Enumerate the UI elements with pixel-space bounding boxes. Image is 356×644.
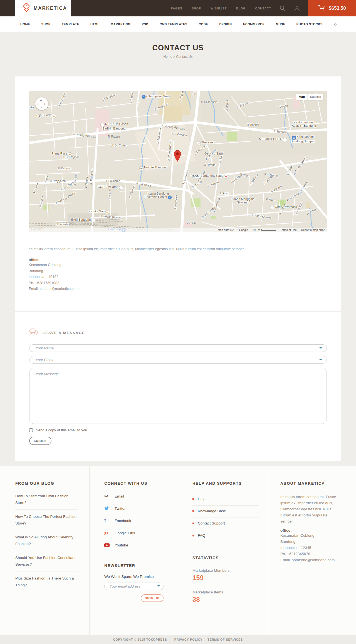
email-input[interactable] [29, 356, 327, 364]
blog-link[interactable]: How To Choose The Perfect Fashion Store? [15, 513, 78, 530]
privacy-policy-link[interactable]: PRIVACY POLICY [174, 638, 203, 641]
pen-icon: ✒ [157, 584, 160, 588]
cart-button[interactable]: $653.50 [308, 0, 356, 16]
page-hero: CONTACT US Home > Contact Us [0, 32, 356, 76]
restaurant-icon: ψ [105, 210, 109, 214]
menu-item-marketing[interactable]: MARKETING [111, 23, 130, 26]
contact-info-card: AstoaRaja SundaψJl. Haji YasinJl. Makmur… [15, 76, 341, 311]
blog-list: How To Start Your Own Fashion Store? How… [15, 493, 78, 592]
map-label: Asto [29, 106, 34, 109]
map-label: Jl. Sabang [249, 173, 259, 186]
email-icon: ✉ [104, 494, 110, 499]
header-nav-blog[interactable]: BLOG [236, 7, 246, 10]
send-copy-checkbox[interactable] [29, 428, 33, 432]
breadcrumb-home-link[interactable]: Home [163, 55, 172, 59]
map-scale-bar [261, 229, 276, 231]
satellite-view-button[interactable]: Satellite [307, 94, 323, 100]
social-link-email[interactable]: ✉ Email [104, 493, 169, 499]
menu-item-photo-stocks[interactable]: PHOTO STOCKS [296, 23, 323, 26]
help-link-label: FAQ [198, 533, 205, 538]
social-link-youtube[interactable]: ▶ Youtube [104, 542, 169, 548]
menu-item-muse[interactable]: MUSE [276, 23, 285, 26]
address-line: Indonesia – 49182 [29, 274, 327, 280]
map-label: HRSUP Dr. Hasan Sadikin Bandung [100, 122, 128, 130]
menu-item-shop[interactable]: SHOP [41, 23, 50, 26]
terms-of-services-link[interactable]: TERMS OF SERVICES [207, 638, 243, 641]
map-label: ▬Novotel Bandung [139, 166, 167, 170]
signup-button[interactable]: SIGN UP [141, 594, 164, 602]
blog-link[interactable]: What is So Alluring About Celebrity Fash… [15, 534, 78, 551]
map-label: Jl. Pasteur [108, 135, 121, 138]
header-nav-wishlist[interactable]: WISHLIST [211, 7, 227, 10]
footer: FROM OUR BLOG How To Start Your Own Fash… [0, 466, 356, 635]
map-label: Jl. Kresna [64, 191, 76, 200]
map-label: Jl. Kebon Kawung [100, 215, 122, 220]
menu-more-chevron-icon[interactable] [334, 22, 337, 26]
map-label: Jl. Taman Sari [156, 126, 162, 144]
terms-of-use-link[interactable]: Terms of Use [280, 228, 297, 232]
name-input[interactable] [29, 344, 327, 352]
menu-item-design[interactable]: DESIGN [219, 23, 232, 26]
menu-item-html[interactable]: HTML [90, 23, 100, 26]
social-label: Google Plus [115, 531, 135, 535]
help-link[interactable]: FAQ [192, 533, 259, 542]
social-link-twitter[interactable]: Twitter [104, 505, 169, 512]
map-label: Jl. Bondol [247, 123, 259, 127]
footer-about-column: ABOUT MARKETICA ec mollis lorem consequa… [267, 466, 356, 635]
map-view-button[interactable]: Map [296, 94, 307, 100]
blog-link[interactable]: Plus Size Fashion: Is There Such a Thing… [15, 575, 78, 592]
header-nav-pages[interactable]: PAGES [171, 7, 182, 10]
social-link-facebook[interactable]: f Facebook [104, 517, 169, 524]
about-address-line: Bandung. [280, 539, 339, 545]
map-label: Jl. Serayu [270, 185, 282, 193]
pan-right-icon[interactable]: › [44, 102, 46, 105]
map-label: Jl. Patra Komala [251, 213, 271, 220]
social-link-google-plus[interactable]: g+ Google Plus [104, 529, 169, 536]
help-link-label: Knowladge Base [198, 509, 226, 513]
help-link[interactable]: Help [192, 497, 259, 506]
map-pan-control[interactable]: ‹ ‹ ‹ › [35, 97, 48, 110]
header-nav-shop[interactable]: SHOP [192, 7, 201, 10]
map-label: Jl. Samiaji [73, 173, 78, 187]
search-icon[interactable] [280, 0, 286, 16]
logo[interactable]: MARKETICA [15, 0, 71, 16]
menu-item-code[interactable]: CODE [199, 23, 208, 26]
message-textarea[interactable] [29, 368, 327, 424]
blog-link[interactable]: How To Start Your Own Fashion Store? [15, 493, 78, 510]
logo-text: MARKETICA [34, 6, 67, 11]
menu-item-home[interactable]: HOME [20, 23, 30, 26]
help-link[interactable]: Knowladge Base [192, 509, 259, 518]
map-label: Kartika Sariψ [89, 210, 110, 214]
footer-blog-column: FROM OUR BLOG How To Start Your Own Fash… [0, 466, 90, 635]
chat-bubbles-icon [29, 328, 38, 337]
map-label: Jl. Industri [56, 223, 69, 226]
user-icon[interactable] [294, 0, 300, 16]
map-label: Jl. Dr. Rum [58, 167, 71, 170]
header-nav-contact[interactable]: CONTACT [255, 7, 271, 10]
map-label: Jl. Bima [55, 197, 65, 205]
social-label: Facebook [115, 519, 131, 523]
report-map-error-link[interactable]: Report a map error [301, 228, 325, 232]
menu-item-psd[interactable]: PSD [142, 23, 148, 26]
help-link-label: Help [198, 497, 206, 501]
menu-item-ecommerce[interactable]: ECOMMERCE [243, 23, 264, 26]
pan-left-icon[interactable]: ‹ [37, 102, 39, 105]
submit-button[interactable]: SUBMIT [29, 437, 51, 445]
map-label: Kantor Imigrasi Kelas I - Bandung [292, 121, 316, 127]
help-link[interactable]: Contact Support [192, 521, 259, 530]
menu-item-template[interactable]: TEMPLATE [62, 23, 79, 26]
map-label: Jl. Wr. Supratman [292, 156, 307, 176]
pan-up-icon[interactable]: ‹ [40, 100, 43, 101]
map-label: Jl. Ciungwanara [179, 91, 186, 102]
blog-link[interactable]: Should You Use Fashion Consultant Servic… [15, 555, 78, 571]
map-label: Jl. Gagak [276, 104, 288, 109]
menu-item-cms-templates[interactable]: CMS TEMPLATES [160, 23, 187, 26]
map-label: ▤Bank Mandiri Bandung Surapati [291, 135, 315, 143]
google-map[interactable]: AstoaRaja SundaψJl. Haji YasinJl. Makmur… [29, 91, 327, 232]
map-marker-pin[interactable] [174, 150, 181, 163]
newsletter-email-input[interactable] [104, 583, 164, 590]
map-label: Jl. Layang Pasupati [161, 123, 185, 131]
pan-down-icon[interactable]: ‹ [40, 106, 43, 108]
map-label: Jl. Pajajaran [136, 181, 151, 188]
about-heading: ABOUT MARKETICA [280, 481, 339, 486]
